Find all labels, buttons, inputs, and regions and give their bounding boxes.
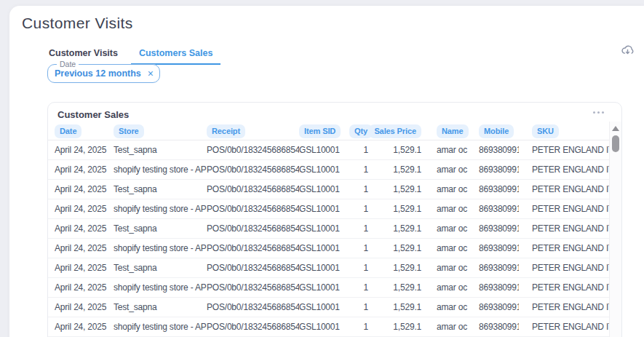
table-cell: PETER ENGLAND ITF104 xyxy=(519,263,609,273)
table-cell: POS/0b0/183245686854 xyxy=(207,302,299,312)
table-cell: amar oc xyxy=(421,282,472,293)
scrollbar-thumb[interactable] xyxy=(612,135,619,152)
table-cell: 1,529.1 xyxy=(368,164,421,175)
table-row[interactable]: April 24, 2025Test_sapnaPOS/0b0/18324568… xyxy=(48,298,609,317)
table-cell: GSL10001 xyxy=(299,145,349,155)
table-cell: 8693809911 xyxy=(472,263,519,273)
table-cell: GSL10001 xyxy=(299,282,349,293)
table-cell: GSL10001 xyxy=(299,164,349,175)
table-cell: April 24, 2025 xyxy=(55,243,114,253)
table-cell: 1,529.1 xyxy=(368,322,421,332)
table-cell: 8693809911 xyxy=(472,282,519,293)
table-cell: April 24, 2025 xyxy=(55,145,114,155)
table-cell: PETER ENGLAND ITF104 xyxy=(519,184,609,194)
table-cell: Test_sapna xyxy=(114,184,207,194)
table-cell: Test_sapna xyxy=(114,263,207,273)
table-cell: amar oc xyxy=(421,204,472,214)
table-cell: April 24, 2025 xyxy=(55,184,114,194)
table-cell: 8693809911 xyxy=(472,204,519,214)
table-cell: POS/0b0/183245686854 xyxy=(207,184,299,194)
close-icon[interactable]: × xyxy=(148,68,154,79)
table-cell: 1,529.1 xyxy=(368,184,421,194)
table-cell: POS/0b0/183245686854 xyxy=(207,164,299,175)
table-cell: 1 xyxy=(349,184,368,194)
table-cell: 1,529.1 xyxy=(368,145,421,155)
more-options-icon[interactable] xyxy=(590,108,607,116)
table-cell: POS/0b0/183245686854 xyxy=(207,243,299,253)
table-cell: GSL10001 xyxy=(299,204,349,214)
column-header-name: Name xyxy=(421,124,472,138)
table-row[interactable]: April 24, 2025shopify testing store - AP… xyxy=(48,278,609,298)
table-cell: 8693809911 xyxy=(472,184,519,194)
table-cell: POS/0b0/183245686854 xyxy=(207,282,299,293)
column-header-item-sid: Item SID xyxy=(299,124,349,138)
table-cell: 8693809911 xyxy=(472,145,519,155)
column-header-qty: Qty xyxy=(349,124,368,138)
table-cell: POS/0b0/183245686854 xyxy=(207,263,299,273)
table-cell: amar oc xyxy=(421,322,472,332)
table-cell: POS/0b0/183245686854 xyxy=(207,223,299,234)
table-cell: GSL10001 xyxy=(299,184,349,194)
card-title: Customer Sales xyxy=(57,109,129,120)
table-cell: April 24, 2025 xyxy=(55,282,114,293)
table-cell: POS/0b0/183245686854 xyxy=(207,145,299,155)
table-body: April 24, 2025Test_sapnaPOS/0b0/18324568… xyxy=(48,140,609,337)
date-filter-legend: Date xyxy=(57,60,79,68)
table-row[interactable]: April 24, 2025shopify testing store - AP… xyxy=(48,199,609,219)
column-header-mobile: Mobile xyxy=(472,124,519,138)
column-header-chip[interactable]: Store xyxy=(114,124,144,138)
table-cell: 1 xyxy=(349,223,368,234)
table-cell: GSL10001 xyxy=(299,223,349,234)
cloud-download-icon xyxy=(621,44,634,55)
table-cell: amar oc xyxy=(421,302,472,312)
table-cell: PETER ENGLAND ITF104 xyxy=(519,204,609,214)
table-cell: Test_sapna xyxy=(114,223,207,234)
date-filter-value: Previous 12 months xyxy=(55,68,141,79)
column-header-chip[interactable]: Mobile xyxy=(479,124,514,138)
table-cell: shopify testing store - APP xyxy=(114,322,207,332)
table-cell: POS/0b0/183245686854 xyxy=(207,204,299,214)
column-header-receipt: Receipt xyxy=(207,124,299,138)
table-cell: PETER ENGLAND ITF104 xyxy=(519,223,609,234)
table-cell: shopify testing store - APP xyxy=(114,204,207,214)
table-cell: 8693809911 xyxy=(472,322,519,332)
table-cell: Test_sapna xyxy=(114,145,207,155)
table-row[interactable]: April 24, 2025Test_sapnaPOS/0b0/18324568… xyxy=(48,140,609,160)
scroll-up-icon[interactable] xyxy=(612,126,619,131)
table-row[interactable]: April 24, 2025Test_sapnaPOS/0b0/18324568… xyxy=(48,219,609,239)
table-cell: 1,529.1 xyxy=(368,263,421,273)
vertical-scrollbar[interactable] xyxy=(609,122,621,337)
table-row[interactable]: April 24, 2025Test_sapnaPOS/0b0/18324568… xyxy=(48,258,609,278)
table-cell: April 24, 2025 xyxy=(55,263,114,273)
table-cell: amar oc xyxy=(421,243,472,253)
table-cell: amar oc xyxy=(421,164,472,175)
table-cell: April 24, 2025 xyxy=(55,302,114,312)
table-cell: GSL10001 xyxy=(299,322,349,332)
table-cell: April 24, 2025 xyxy=(55,164,114,175)
table-row[interactable]: April 24, 2025shopify testing store - AP… xyxy=(48,160,609,180)
table-row[interactable]: April 24, 2025shopify testing store - AP… xyxy=(48,239,609,258)
table-cell: PETER ENGLAND ITF104 xyxy=(519,145,609,155)
column-header-chip[interactable]: Sales Price xyxy=(369,124,421,138)
column-header-date: Date xyxy=(55,124,114,138)
page-title: Customer Visits xyxy=(22,15,133,32)
column-header-chip[interactable]: Receipt xyxy=(207,124,245,138)
table-row[interactable]: April 24, 2025shopify testing store - AP… xyxy=(48,317,609,337)
table-cell: PETER ENGLAND ITF104 xyxy=(519,164,609,175)
date-filter-chip[interactable]: Date Previous 12 months × xyxy=(47,60,160,83)
table-cell: 8693809911 xyxy=(472,243,519,253)
column-header-store: Store xyxy=(114,124,207,138)
table-cell: GSL10001 xyxy=(299,263,349,273)
column-header-chip[interactable]: Item SID xyxy=(299,124,341,138)
table-row[interactable]: April 24, 2025Test_sapnaPOS/0b0/18324568… xyxy=(48,180,609,199)
table-cell: GSL10001 xyxy=(299,302,349,312)
table-cell: April 24, 2025 xyxy=(55,223,114,234)
customer-sales-card: Customer Sales DateStoreReceiptItem SIDQ… xyxy=(47,102,622,337)
table-cell: shopify testing store - APP xyxy=(114,164,207,175)
column-header-chip[interactable]: Date xyxy=(55,124,82,138)
table-cell: PETER ENGLAND ITF104 xyxy=(519,282,609,293)
export-button[interactable] xyxy=(618,40,637,59)
column-header-chip[interactable]: Name xyxy=(437,124,469,138)
table-cell: 1,529.1 xyxy=(368,302,421,312)
column-header-chip[interactable]: SKU xyxy=(532,124,559,138)
